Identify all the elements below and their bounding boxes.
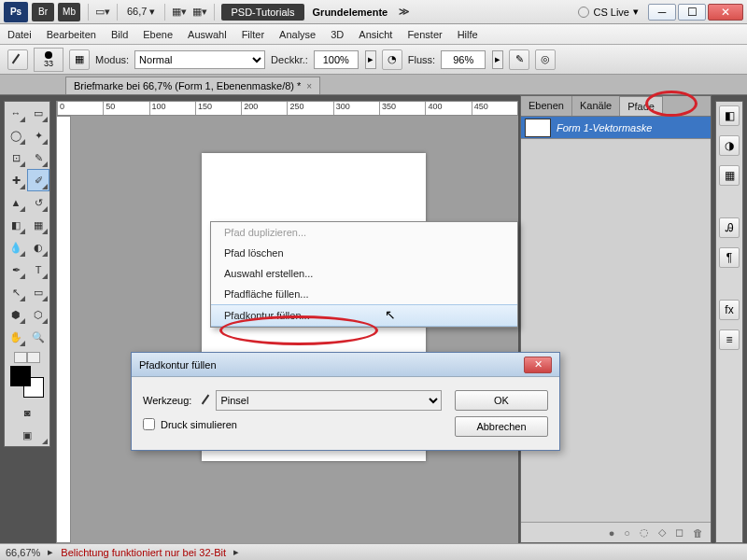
menu-ebene[interactable]: Ebene <box>143 29 173 40</box>
path-tool[interactable]: ↖ <box>5 281 27 303</box>
dock-button-3[interactable]: ▦ <box>719 165 740 186</box>
ctx-make-selection[interactable]: Auswahl erstellen... <box>211 263 517 284</box>
color-swatches[interactable] <box>10 366 44 398</box>
tool-preset-icon[interactable] <box>7 49 28 70</box>
swap-colors-icon[interactable] <box>27 352 40 363</box>
opacity-pressure-icon[interactable]: ◔ <box>382 49 402 70</box>
canvas-area[interactable] <box>71 116 518 543</box>
selection-path-icon[interactable]: ◌ <box>640 526 649 539</box>
menu-bearbeiten[interactable]: Bearbeiten <box>47 29 96 40</box>
close-tab-icon[interactable]: × <box>306 81 312 91</box>
extras-icon[interactable]: ▦▾ <box>191 4 208 21</box>
menu-auswahl[interactable]: Auswahl <box>188 29 227 40</box>
foreground-color[interactable] <box>10 366 31 386</box>
opacity-stepper[interactable]: ▸ <box>365 50 376 69</box>
menu-filter[interactable]: Filter <box>242 29 264 40</box>
menu-3d[interactable]: 3D <box>331 29 344 40</box>
dock-button-1[interactable]: ◧ <box>719 105 740 126</box>
flow-field[interactable]: 96% <box>441 50 486 69</box>
airbrush-icon[interactable]: ✎ <box>509 49 529 70</box>
path-item[interactable]: Form 1-Vektormaske <box>521 117 711 139</box>
dock-button-7[interactable]: ≡ <box>719 329 740 350</box>
default-colors-icon[interactable] <box>14 352 27 363</box>
3d-tool[interactable]: ⬢ <box>5 303 27 326</box>
dialog-close-button[interactable]: ✕ <box>524 357 552 373</box>
ctx-stroke-path[interactable]: Pfadkontur füllen... ↖ <box>211 304 517 327</box>
eyedropper-tool[interactable]: ✎ <box>27 147 49 169</box>
menu-bild[interactable]: Bild <box>111 29 128 40</box>
ctx-fill-path[interactable]: Pfadfläche füllen... <box>211 284 517 304</box>
crop-tool[interactable]: ⊡ <box>5 147 27 169</box>
gradient-tool[interactable]: ▦ <box>27 214 49 236</box>
menu-fenster[interactable]: Fenster <box>407 29 442 40</box>
status-arrow1[interactable]: ▸ <box>48 546 53 558</box>
status-arrow2[interactable]: ▸ <box>233 546 239 558</box>
lasso-tool[interactable]: ◯ <box>5 124 27 147</box>
cslive-button[interactable]: CS Live ▾ <box>578 6 639 18</box>
pen-tool[interactable]: ✒ <box>5 259 27 281</box>
dodge-tool[interactable]: ◐ <box>27 236 49 259</box>
tab-pfade[interactable]: Pfade <box>620 96 663 116</box>
tool-label: Werkzeug: <box>143 395 191 406</box>
move-tool[interactable]: ↔ <box>5 102 27 124</box>
dock-button-4[interactable]: Ꭿ <box>719 217 740 238</box>
cancel-button[interactable]: Abbrechen <box>455 416 548 437</box>
opacity-field[interactable]: 100% <box>314 50 359 69</box>
stroke-path-dialog: Pfadkontur füllen ✕ Werkzeug: Pinsel Dru… <box>131 352 560 451</box>
stamp-tool[interactable]: ▲ <box>5 191 27 214</box>
tab-ebenen[interactable]: Ebenen <box>521 96 572 116</box>
dock-button-5[interactable]: ¶ <box>719 247 740 268</box>
eraser-tool[interactable]: ◧ <box>5 214 27 236</box>
modus-select[interactable]: Normal <box>134 50 265 69</box>
options-bar: 33 ▦ Modus: Normal Deckkr.: 100%▸ ◔ Flus… <box>0 45 747 75</box>
dock-button-6[interactable]: fx <box>719 300 740 320</box>
history-brush-tool[interactable]: ↺ <box>27 191 49 214</box>
flow-stepper[interactable]: ▸ <box>492 50 503 69</box>
app-icon: Ps <box>4 2 28 22</box>
selection-tool[interactable]: ▭ <box>27 102 49 124</box>
brush-preview[interactable]: 33 <box>34 48 63 72</box>
simulate-pressure-checkbox[interactable] <box>143 418 155 430</box>
screenmode-icon[interactable]: ▣ <box>5 424 49 446</box>
shape-tool[interactable]: ▭ <box>27 281 49 303</box>
tablet-pressure-icon[interactable]: ◎ <box>535 49 556 70</box>
hand-tool[interactable]: ✋ <box>5 326 27 348</box>
arrange-icon[interactable]: ▦▾ <box>171 4 188 21</box>
stroke-path-icon[interactable]: ○ <box>624 527 630 539</box>
more-workspaces-icon[interactable]: ≫ <box>399 6 410 18</box>
window-minimize-button[interactable]: ─ <box>648 4 676 21</box>
ctx-delete-path[interactable]: Pfad löschen <box>211 243 517 263</box>
workspace-name[interactable]: Grundelemente <box>313 7 388 18</box>
workspace-button[interactable]: PSD-Tutorials <box>221 4 303 21</box>
type-tool[interactable]: T <box>27 259 49 281</box>
wand-tool[interactable]: ✦ <box>27 124 49 147</box>
status-zoom[interactable]: 66,67% <box>6 547 40 558</box>
menu-analyse[interactable]: Analyse <box>279 29 316 40</box>
fill-path-icon[interactable]: ● <box>609 527 615 539</box>
brush-options-icon[interactable]: ▦ <box>69 49 90 70</box>
screen-mode-icon[interactable]: ▭▾ <box>94 4 111 21</box>
zoom-tool[interactable]: 🔍 <box>27 326 49 348</box>
blur-tool[interactable]: 💧 <box>5 236 27 259</box>
menu-hilfe[interactable]: Hilfe <box>458 29 478 40</box>
document-tab[interactable]: Briefmarke bei 66,7% (Form 1, Ebenenmask… <box>65 77 320 94</box>
ok-button[interactable]: OK <box>455 390 548 411</box>
make-workpath-icon[interactable]: ◇ <box>658 526 666 539</box>
brush-tool[interactable]: ✐ <box>27 169 49 191</box>
delete-path-icon[interactable]: 🗑 <box>693 527 703 539</box>
menu-ansicht[interactable]: Ansicht <box>359 29 392 40</box>
dialog-titlebar[interactable]: Pfadkontur füllen ✕ <box>132 353 559 377</box>
minibridge-button[interactable]: Mb <box>58 3 80 21</box>
3d-camera-tool[interactable]: ⬡ <box>27 303 49 326</box>
menu-datei[interactable]: Datei <box>7 29 32 40</box>
bridge-button[interactable]: Br <box>32 3 54 21</box>
tab-kanaele[interactable]: Kanäle <box>572 96 620 116</box>
heal-tool[interactable]: ✚ <box>5 169 27 191</box>
dock-button-2[interactable]: ◑ <box>719 135 740 156</box>
window-close-button[interactable]: ✕ <box>708 4 743 21</box>
quickmask-icon[interactable]: ◙ <box>5 401 49 424</box>
window-maximize-button[interactable]: ☐ <box>678 4 706 21</box>
tool-select[interactable]: Pinsel <box>216 390 442 411</box>
new-path-icon[interactable]: ◻ <box>675 526 684 539</box>
zoom-display[interactable]: 66,7 ▾ <box>127 6 155 18</box>
